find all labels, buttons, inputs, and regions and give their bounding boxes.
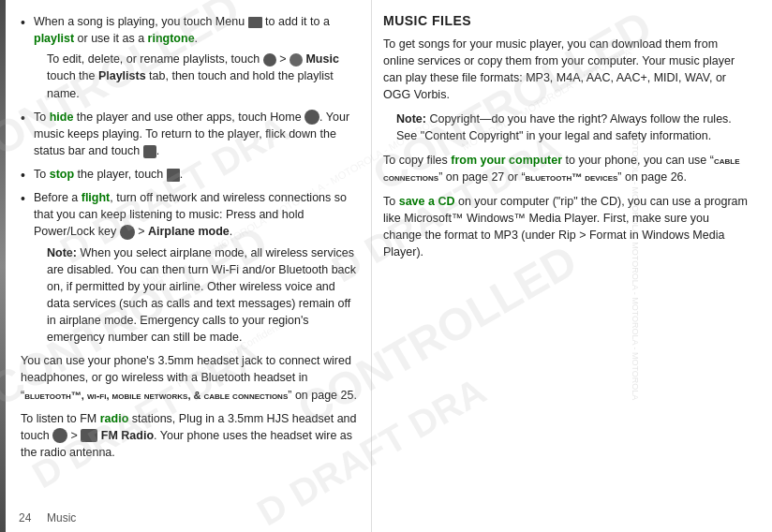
left-column: When a song is playing, you touch Menu t… xyxy=(6,0,371,532)
page-label: Music xyxy=(47,511,76,525)
right-note-label-1: Note: xyxy=(396,112,426,126)
bullet-item-hide: To hide the player and use other apps, t… xyxy=(21,109,360,159)
fm-radio-bold: FM Radio xyxy=(101,429,154,442)
bullet-text-hide: To hide the player and use other apps, t… xyxy=(34,111,349,157)
bullet-list: When a song is playing, you touch Menu t… xyxy=(21,13,360,346)
bullet-item-stop: To stop the player, touch . xyxy=(21,166,360,183)
right-paragraph-2: To copy files from your computer to your… xyxy=(383,152,750,185)
home-icon xyxy=(304,110,319,125)
stop-icon xyxy=(167,169,180,182)
edit-playlists-block: To edit, delete, or rename playlists, to… xyxy=(34,51,360,101)
headset-paragraph: You can use your phone's 3.5mm headset j… xyxy=(21,352,360,403)
right-text-3: To save a CD on your computer ("rip" the… xyxy=(383,195,748,259)
right-note-text-1: Copyright—do you have the right? Always … xyxy=(396,112,732,142)
play-icon xyxy=(143,145,156,158)
airplane-mode-bold: Airplane mode xyxy=(148,225,230,238)
bullet-text-flight: Before a flight, turn off network and wi… xyxy=(34,191,347,238)
fm-radio-paragraph: To listen to FM radio stations, Plug in … xyxy=(21,410,360,461)
bullet-item-playlist: When a song is playing, you touch Menu t… xyxy=(21,13,360,102)
bullet-text-playlist: When a song is playing, you touch Menu t… xyxy=(34,15,330,45)
lock-icon xyxy=(120,225,135,240)
page-container: When a song is playing, you touch Menu t… xyxy=(0,0,772,532)
right-text-2: To copy files from your computer to your… xyxy=(383,154,740,184)
grid-icon-1 xyxy=(263,53,276,66)
left-border-accent xyxy=(0,0,6,532)
page-footer: 24 Music xyxy=(19,511,76,525)
right-paragraph-1: To get songs for your music player, you … xyxy=(383,36,750,104)
flight-link: flight xyxy=(82,191,111,204)
bullet-item-flight: Before a flight, turn off network and wi… xyxy=(21,189,360,346)
note-flight-block: Note: When you select airplane mode, all… xyxy=(34,244,360,347)
right-column: MUSIC FILES To get songs for your music … xyxy=(371,0,765,532)
note-label-flight: Note: xyxy=(47,246,77,259)
heading-text: MUSIC FILES xyxy=(383,13,471,28)
menu-icon xyxy=(248,17,262,28)
note-text-flight: When you select airplane mode, all wirel… xyxy=(47,246,356,345)
right-paragraph-3: To save a CD on your computer ("rip" the… xyxy=(383,193,750,261)
page-number: 24 xyxy=(19,511,31,525)
playlist-link: playlist xyxy=(34,32,74,45)
save-cd-link: save a CD xyxy=(399,195,455,208)
headset-text: You can use your phone's 3.5mm headset j… xyxy=(21,354,357,401)
bluetooth-link-left: bluetooth™, wi-fi, mobile networks, & ca… xyxy=(24,390,288,401)
stop-link: stop xyxy=(50,168,74,181)
ringtone-link: ringtone xyxy=(148,32,195,45)
music-bold: Music xyxy=(305,52,338,66)
right-text-1: To get songs for your music player, you … xyxy=(383,37,735,101)
radio-link: radio xyxy=(100,412,129,425)
right-note-1: Note: Copyright—do you have the right? A… xyxy=(383,111,750,144)
playlists-bold: Playlists xyxy=(98,69,146,82)
hide-link: hide xyxy=(50,111,74,124)
bluetooth-devices-link: bluetooth™ devices xyxy=(526,171,618,183)
right-edge-watermark: MOTOROLA - MOTOROLA - MOTOROLA - MOTOROL… xyxy=(631,132,641,401)
music-files-heading: MUSIC FILES xyxy=(383,13,750,28)
from-computer-link: from your computer xyxy=(451,154,562,167)
fm-text: To listen to FM radio stations, Plug in … xyxy=(21,412,357,459)
fm-icon xyxy=(81,429,97,442)
bullet-text-stop: To stop the player, touch . xyxy=(34,168,183,181)
music-icon-1 xyxy=(290,53,303,66)
grid-icon-2 xyxy=(52,428,67,443)
